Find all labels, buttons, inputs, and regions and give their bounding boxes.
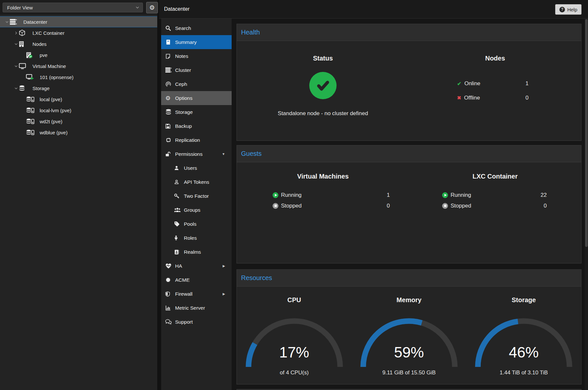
menu-item-permissions[interactable]: Permissions▼ xyxy=(161,147,232,161)
db-drive-icon xyxy=(26,96,40,102)
nodes-offline-label: Offline xyxy=(461,95,526,101)
menu-item-label: Options xyxy=(175,95,192,101)
health-panel-title: Health xyxy=(237,29,260,36)
expander-collapse-icon[interactable] xyxy=(13,87,19,90)
menu-item-cluster[interactable]: Cluster xyxy=(161,63,232,77)
resource-tree-panel: Folder View ⚙ DatacenterLXC ContainerNod… xyxy=(0,0,159,390)
help-button-label: Help xyxy=(567,7,577,12)
menu-item-summary[interactable]: Summary xyxy=(161,35,232,49)
lxc-column: LXC Container Running 22 Stopped 0 xyxy=(409,162,581,264)
tree-item-virtual-machine[interactable]: Virtual Machine xyxy=(0,61,157,72)
help-button[interactable]: ? Help xyxy=(555,4,582,15)
main-content: Health Status Standalone node - no clust… xyxy=(232,19,588,390)
menu-item-two-factor[interactable]: Two Factor xyxy=(161,189,232,203)
gear-icon: ⚙ xyxy=(149,4,155,11)
tree-item-storage[interactable]: Storage xyxy=(0,83,157,94)
tree-item-wdblue-pve[interactable]: wdblue (pve) xyxy=(0,127,157,138)
tree-item-label: Datacenter xyxy=(23,19,47,25)
lxc-stopped-row: Stopped 0 xyxy=(442,200,547,211)
scrollbar-thumb[interactable] xyxy=(585,19,588,247)
menu-item-label: Realms xyxy=(184,249,201,255)
tree-item-local-lvm-pve[interactable]: local-lvm (pve) xyxy=(0,105,157,116)
nodes-offline-row: ✖ Offline 0 xyxy=(457,91,529,105)
expander-collapse-icon[interactable] xyxy=(13,64,19,68)
menu-item-label: Metric Server xyxy=(175,305,205,311)
page-title: Datacenter xyxy=(164,6,189,12)
shield-icon xyxy=(165,291,175,297)
menu-item-api-tokens[interactable]: API Tokens xyxy=(161,175,232,189)
vm-column-title: Virtual Machines xyxy=(237,173,409,180)
expander-expand-icon[interactable] xyxy=(13,31,19,35)
menu-item-support[interactable]: Support xyxy=(161,315,232,329)
tree-item-datacenter[interactable]: Datacenter xyxy=(0,16,157,27)
menu-item-label: ACME xyxy=(175,277,190,283)
nodes-online-value: 1 xyxy=(526,80,529,87)
menu-item-notes[interactable]: Notes xyxy=(161,49,232,63)
guests-panel-title: Guests xyxy=(237,150,262,157)
virtual-machines-column: Virtual Machines Running 1 Stopped 0 xyxy=(237,162,409,264)
lxc-icon xyxy=(19,30,32,36)
tree-item-pve[interactable]: pve xyxy=(0,49,157,61)
lxc-stopped-value: 0 xyxy=(544,203,547,209)
expander-collapse-icon[interactable] xyxy=(13,42,19,46)
tree-item-lxc-container[interactable]: LXC Container xyxy=(0,27,157,38)
vm-stopped-label: Stopped xyxy=(278,203,387,209)
tree-item-label: pve xyxy=(40,52,47,58)
guests-panel-header: Guests xyxy=(237,145,581,162)
status-column-title: Status xyxy=(313,55,333,62)
menu-item-backup[interactable]: Backup xyxy=(161,119,232,133)
menu-item-groups[interactable]: Groups xyxy=(161,203,232,217)
db-drive-icon xyxy=(26,107,40,114)
menu-item-replication[interactable]: Replication xyxy=(161,133,232,147)
tree-item-label: wdblue (pve) xyxy=(40,130,68,135)
health-panel: Health Status Standalone node - no clust… xyxy=(236,24,582,141)
stop-circle-icon xyxy=(442,203,448,209)
vm-running-row: Running 1 xyxy=(273,190,390,200)
top-bar: Datacenter ? Help xyxy=(159,0,588,19)
tree-item-label: Nodes xyxy=(32,41,46,47)
cluster-icon xyxy=(165,67,175,73)
chat-icon xyxy=(165,319,175,325)
guests-panel: Guests Virtual Machines Running 1 Stoppe… xyxy=(236,145,582,263)
lxc-running-label: Running xyxy=(448,192,541,198)
menu-item-storage[interactable]: Storage xyxy=(161,105,232,119)
db-drive-icon xyxy=(26,118,40,125)
cross-icon: ✖ xyxy=(457,95,461,101)
menu-item-realms[interactable]: Realms xyxy=(161,245,232,259)
resources-panel-title: Resources xyxy=(237,274,272,282)
menu-item-label: Cluster xyxy=(175,67,191,73)
menu-item-pools[interactable]: Pools xyxy=(161,217,232,231)
menu-item-options[interactable]: ⚙Options xyxy=(161,91,232,105)
expander-collapse-icon[interactable] xyxy=(4,20,10,24)
repl-icon xyxy=(165,138,175,142)
view-selector-dropdown[interactable]: Folder View xyxy=(3,3,143,12)
tree-item-wd2t-pve[interactable]: wd2t (pve) xyxy=(0,116,157,127)
resources-panel-header: Resources xyxy=(237,270,581,287)
menu-item-label: Groups xyxy=(184,207,200,213)
menu-item-metric-server[interactable]: Metric Server xyxy=(161,301,232,315)
gear-icon: ⚙ xyxy=(165,95,175,101)
menu-item-ceph[interactable]: Ceph xyxy=(161,77,232,91)
building-check-icon xyxy=(26,52,40,58)
db-drive-icon xyxy=(26,129,40,136)
menu-item-label: HA xyxy=(175,263,182,269)
menu-item-roles[interactable]: Roles xyxy=(161,231,232,245)
chevron-right-icon: ▶ xyxy=(223,264,225,268)
tree-item-local-pve[interactable]: local (pve) xyxy=(0,94,157,105)
menu-item-search[interactable]: Search xyxy=(161,21,232,35)
chevron-down-icon[interactable] xyxy=(135,6,143,9)
tree-settings-button[interactable]: ⚙ xyxy=(146,2,158,13)
tree-item-label: local-lvm (pve) xyxy=(40,108,71,113)
menu-item-ha[interactable]: HA▶ xyxy=(161,259,232,273)
menu-item-acme[interactable]: ACME xyxy=(161,273,232,287)
menu-item-users[interactable]: Users xyxy=(161,161,232,175)
cluster-status-message: Standalone node - no cluster defined xyxy=(278,110,368,117)
menu-item-firewall[interactable]: Firewall▶ xyxy=(161,287,232,301)
menu-item-label: Storage xyxy=(175,109,193,115)
guests-panel-body: Virtual Machines Running 1 Stopped 0 xyxy=(237,162,581,264)
menu-item-label: Search xyxy=(175,25,191,31)
cpu-gauge-title: CPU xyxy=(288,296,301,304)
menu-item-label: Support xyxy=(175,319,193,325)
tree-item-101-opnsense[interactable]: 101 (opnsense) xyxy=(0,72,157,83)
tree-item-nodes[interactable]: Nodes xyxy=(0,38,157,49)
